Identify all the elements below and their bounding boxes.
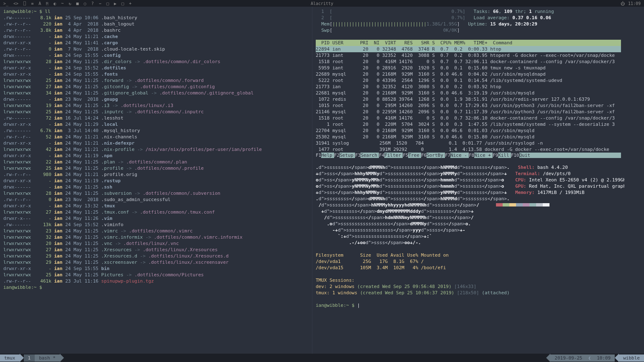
- htop-cpu1: 1 [ 0.7%] Tasks: 66, 109 thr; 1 running: [316, 8, 621, 15]
- icon[interactable]: ⋯: [99, 1, 101, 6]
- htop-fkeys[interactable]: F1Help F2SetupF3SearchF4FilterF5Tree F6S…: [316, 153, 621, 158]
- taskbar-icons: >_ <> ⎕ ≡ A ⎘ ◐ ~ ↻ ■ ○ ? ⋯ □ ▶ □ +: [3, 1, 132, 6]
- icon[interactable]: +: [129, 1, 132, 6]
- icon[interactable]: □: [121, 1, 124, 6]
- prompt: ian@wibble:~ $ ll: [3, 9, 51, 14]
- icon[interactable]: ◐: [54, 1, 56, 6]
- tmux-host: wibble: [619, 354, 644, 362]
- icon[interactable]: ?: [91, 1, 94, 6]
- power-icon[interactable]: ⏻: [621, 1, 625, 6]
- tmux-statusbar: tmux 1 bash * 2019-09-25 ❮ 10:09 wibble: [0, 354, 644, 362]
- df-header: Filesystem Size Used Avail Use% Mounted …: [316, 252, 621, 258]
- htop-mem: Mem[||||||||||||||||||||||||||||||||||1.…: [316, 21, 621, 27]
- icon[interactable]: ■: [76, 1, 79, 6]
- window-title: Alacritty: [311, 1, 333, 6]
- icon[interactable]: >_: [3, 1, 8, 6]
- taskbar: >_ <> ⎕ ≡ A ⎘ ◐ ~ ↻ ■ ○ ? ⋯ □ ▶ □ + Alac…: [0, 0, 644, 7]
- htop-cpu2: 2 [ 0.7%] Load average: 0.37 0.16 0.06: [316, 15, 621, 21]
- icon[interactable]: ○: [84, 1, 86, 6]
- icon[interactable]: ≡: [31, 1, 33, 6]
- icon[interactable]: ⎕: [23, 1, 26, 6]
- tmux-window-name[interactable]: bash *: [35, 354, 60, 362]
- icon[interactable]: □: [106, 1, 109, 6]
- icon[interactable]: ▶: [114, 1, 116, 6]
- ls-listing: .rw------- 8.1k ian 25 Sep 10:06 .bash_h…: [3, 15, 309, 284]
- neofetch-output: .d">ssssssss</span>dMMMNhd">ssssssssss</…: [316, 164, 621, 246]
- prompt[interactable]: ian@wibble:~ $: [316, 303, 357, 308]
- tmux-session-name[interactable]: tmux: [0, 354, 20, 362]
- icon[interactable]: <>: [13, 1, 18, 6]
- icon[interactable]: ↻: [69, 1, 71, 6]
- tmux-sessions: dev: 2 windows (created Wed Sep 25 09:56…: [316, 283, 621, 296]
- htop-swap: Swp[ 0K/0K]: [316, 27, 621, 33]
- htop-header: PID USER PRI NI VIRT RES SHR S CPU% MEM%…: [316, 40, 621, 46]
- terminal-pane-right[interactable]: 1 [ 0.7%] Tasks: 66, 109 thr; 1 running …: [312, 7, 624, 354]
- icon[interactable]: ~: [61, 1, 64, 6]
- df-rows: /dev/vda1 25G 17G 8.1G 67% //dev/vda15 1…: [316, 258, 621, 271]
- tmux-time: 10:09: [593, 354, 615, 362]
- htop-process-list: 22894 ian 20 0 32348 4768 3748 R 0.7 0.2…: [316, 46, 621, 153]
- clock: 11:09: [628, 1, 641, 6]
- prompt: ian@wibble:~ $: [3, 285, 42, 290]
- tmux-date: 2019-09-25: [550, 354, 586, 362]
- icon[interactable]: ⎘: [46, 1, 49, 6]
- terminal-pane-left[interactable]: ian@wibble:~ $ ll .rw------- 8.1k ian 25…: [0, 7, 312, 354]
- icon[interactable]: A: [38, 1, 41, 6]
- tmux-header: TMUX Sessions:: [316, 277, 621, 283]
- tmux-window-index[interactable]: 1: [24, 354, 35, 362]
